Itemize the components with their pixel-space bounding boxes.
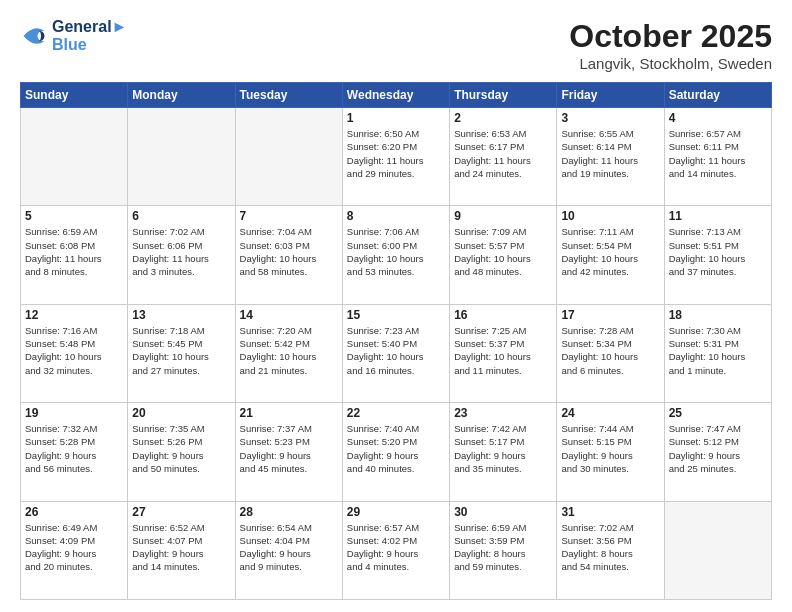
weekday-header-saturday: Saturday	[664, 83, 771, 108]
day-number: 22	[347, 406, 445, 420]
calendar-cell: 4Sunrise: 6:57 AMSunset: 6:11 PMDaylight…	[664, 108, 771, 206]
calendar-cell: 24Sunrise: 7:44 AMSunset: 5:15 PMDayligh…	[557, 403, 664, 501]
day-number: 30	[454, 505, 552, 519]
day-info: Sunrise: 6:53 AMSunset: 6:17 PMDaylight:…	[454, 127, 552, 180]
day-number: 5	[25, 209, 123, 223]
calendar-cell: 26Sunrise: 6:49 AMSunset: 4:09 PMDayligh…	[21, 501, 128, 599]
day-info: Sunrise: 6:55 AMSunset: 6:14 PMDaylight:…	[561, 127, 659, 180]
week-row-4: 26Sunrise: 6:49 AMSunset: 4:09 PMDayligh…	[21, 501, 772, 599]
day-number: 23	[454, 406, 552, 420]
calendar-cell	[235, 108, 342, 206]
calendar-cell: 20Sunrise: 7:35 AMSunset: 5:26 PMDayligh…	[128, 403, 235, 501]
day-number: 26	[25, 505, 123, 519]
day-number: 9	[454, 209, 552, 223]
day-info: Sunrise: 6:54 AMSunset: 4:04 PMDaylight:…	[240, 521, 338, 574]
calendar-cell: 3Sunrise: 6:55 AMSunset: 6:14 PMDaylight…	[557, 108, 664, 206]
day-number: 3	[561, 111, 659, 125]
title-section: October 2025 Langvik, Stockholm, Sweden	[569, 18, 772, 72]
calendar-cell: 16Sunrise: 7:25 AMSunset: 5:37 PMDayligh…	[450, 304, 557, 402]
day-info: Sunrise: 7:30 AMSunset: 5:31 PMDaylight:…	[669, 324, 767, 377]
weekday-header-row: SundayMondayTuesdayWednesdayThursdayFrid…	[21, 83, 772, 108]
day-number: 12	[25, 308, 123, 322]
header: General► Blue October 2025 Langvik, Stoc…	[20, 18, 772, 72]
day-info: Sunrise: 6:57 AMSunset: 6:11 PMDaylight:…	[669, 127, 767, 180]
calendar-cell: 21Sunrise: 7:37 AMSunset: 5:23 PMDayligh…	[235, 403, 342, 501]
day-info: Sunrise: 7:25 AMSunset: 5:37 PMDaylight:…	[454, 324, 552, 377]
calendar-cell: 7Sunrise: 7:04 AMSunset: 6:03 PMDaylight…	[235, 206, 342, 304]
calendar-cell: 27Sunrise: 6:52 AMSunset: 4:07 PMDayligh…	[128, 501, 235, 599]
day-number: 21	[240, 406, 338, 420]
day-number: 28	[240, 505, 338, 519]
weekday-header-sunday: Sunday	[21, 83, 128, 108]
day-info: Sunrise: 7:11 AMSunset: 5:54 PMDaylight:…	[561, 225, 659, 278]
day-number: 16	[454, 308, 552, 322]
day-number: 15	[347, 308, 445, 322]
calendar-cell: 13Sunrise: 7:18 AMSunset: 5:45 PMDayligh…	[128, 304, 235, 402]
week-row-3: 19Sunrise: 7:32 AMSunset: 5:28 PMDayligh…	[21, 403, 772, 501]
day-info: Sunrise: 7:18 AMSunset: 5:45 PMDaylight:…	[132, 324, 230, 377]
day-info: Sunrise: 7:02 AMSunset: 6:06 PMDaylight:…	[132, 225, 230, 278]
calendar-cell: 11Sunrise: 7:13 AMSunset: 5:51 PMDayligh…	[664, 206, 771, 304]
calendar-cell: 29Sunrise: 6:57 AMSunset: 4:02 PMDayligh…	[342, 501, 449, 599]
day-number: 27	[132, 505, 230, 519]
day-info: Sunrise: 6:49 AMSunset: 4:09 PMDaylight:…	[25, 521, 123, 574]
day-number: 2	[454, 111, 552, 125]
day-number: 18	[669, 308, 767, 322]
logo-icon	[20, 22, 48, 50]
day-info: Sunrise: 7:40 AMSunset: 5:20 PMDaylight:…	[347, 422, 445, 475]
day-info: Sunrise: 7:06 AMSunset: 6:00 PMDaylight:…	[347, 225, 445, 278]
calendar-cell: 5Sunrise: 6:59 AMSunset: 6:08 PMDaylight…	[21, 206, 128, 304]
day-number: 4	[669, 111, 767, 125]
location: Langvik, Stockholm, Sweden	[569, 55, 772, 72]
day-number: 31	[561, 505, 659, 519]
day-info: Sunrise: 6:57 AMSunset: 4:02 PMDaylight:…	[347, 521, 445, 574]
day-number: 11	[669, 209, 767, 223]
day-number: 7	[240, 209, 338, 223]
day-info: Sunrise: 6:52 AMSunset: 4:07 PMDaylight:…	[132, 521, 230, 574]
calendar-cell: 12Sunrise: 7:16 AMSunset: 5:48 PMDayligh…	[21, 304, 128, 402]
day-number: 29	[347, 505, 445, 519]
day-number: 24	[561, 406, 659, 420]
day-info: Sunrise: 6:59 AMSunset: 3:59 PMDaylight:…	[454, 521, 552, 574]
calendar-table: SundayMondayTuesdayWednesdayThursdayFrid…	[20, 82, 772, 600]
calendar-cell	[128, 108, 235, 206]
day-info: Sunrise: 7:28 AMSunset: 5:34 PMDaylight:…	[561, 324, 659, 377]
calendar-cell: 30Sunrise: 6:59 AMSunset: 3:59 PMDayligh…	[450, 501, 557, 599]
day-info: Sunrise: 7:44 AMSunset: 5:15 PMDaylight:…	[561, 422, 659, 475]
day-number: 13	[132, 308, 230, 322]
weekday-header-tuesday: Tuesday	[235, 83, 342, 108]
day-number: 25	[669, 406, 767, 420]
calendar-cell: 8Sunrise: 7:06 AMSunset: 6:00 PMDaylight…	[342, 206, 449, 304]
calendar-cell: 22Sunrise: 7:40 AMSunset: 5:20 PMDayligh…	[342, 403, 449, 501]
day-info: Sunrise: 7:32 AMSunset: 5:28 PMDaylight:…	[25, 422, 123, 475]
day-info: Sunrise: 7:37 AMSunset: 5:23 PMDaylight:…	[240, 422, 338, 475]
day-number: 20	[132, 406, 230, 420]
week-row-0: 1Sunrise: 6:50 AMSunset: 6:20 PMDaylight…	[21, 108, 772, 206]
day-info: Sunrise: 7:04 AMSunset: 6:03 PMDaylight:…	[240, 225, 338, 278]
day-info: Sunrise: 7:02 AMSunset: 3:56 PMDaylight:…	[561, 521, 659, 574]
calendar-cell: 19Sunrise: 7:32 AMSunset: 5:28 PMDayligh…	[21, 403, 128, 501]
week-row-1: 5Sunrise: 6:59 AMSunset: 6:08 PMDaylight…	[21, 206, 772, 304]
week-row-2: 12Sunrise: 7:16 AMSunset: 5:48 PMDayligh…	[21, 304, 772, 402]
calendar-cell: 2Sunrise: 6:53 AMSunset: 6:17 PMDaylight…	[450, 108, 557, 206]
day-info: Sunrise: 7:35 AMSunset: 5:26 PMDaylight:…	[132, 422, 230, 475]
day-number: 17	[561, 308, 659, 322]
calendar-cell: 31Sunrise: 7:02 AMSunset: 3:56 PMDayligh…	[557, 501, 664, 599]
logo: General► Blue	[20, 18, 127, 55]
calendar-cell: 15Sunrise: 7:23 AMSunset: 5:40 PMDayligh…	[342, 304, 449, 402]
day-info: Sunrise: 7:16 AMSunset: 5:48 PMDaylight:…	[25, 324, 123, 377]
weekday-header-monday: Monday	[128, 83, 235, 108]
day-number: 8	[347, 209, 445, 223]
day-number: 1	[347, 111, 445, 125]
weekday-header-wednesday: Wednesday	[342, 83, 449, 108]
calendar-cell: 23Sunrise: 7:42 AMSunset: 5:17 PMDayligh…	[450, 403, 557, 501]
calendar-cell: 10Sunrise: 7:11 AMSunset: 5:54 PMDayligh…	[557, 206, 664, 304]
day-info: Sunrise: 6:50 AMSunset: 6:20 PMDaylight:…	[347, 127, 445, 180]
calendar-cell: 25Sunrise: 7:47 AMSunset: 5:12 PMDayligh…	[664, 403, 771, 501]
day-info: Sunrise: 7:09 AMSunset: 5:57 PMDaylight:…	[454, 225, 552, 278]
calendar-cell: 6Sunrise: 7:02 AMSunset: 6:06 PMDaylight…	[128, 206, 235, 304]
day-number: 14	[240, 308, 338, 322]
calendar-cell: 17Sunrise: 7:28 AMSunset: 5:34 PMDayligh…	[557, 304, 664, 402]
day-number: 19	[25, 406, 123, 420]
calendar-cell: 1Sunrise: 6:50 AMSunset: 6:20 PMDaylight…	[342, 108, 449, 206]
